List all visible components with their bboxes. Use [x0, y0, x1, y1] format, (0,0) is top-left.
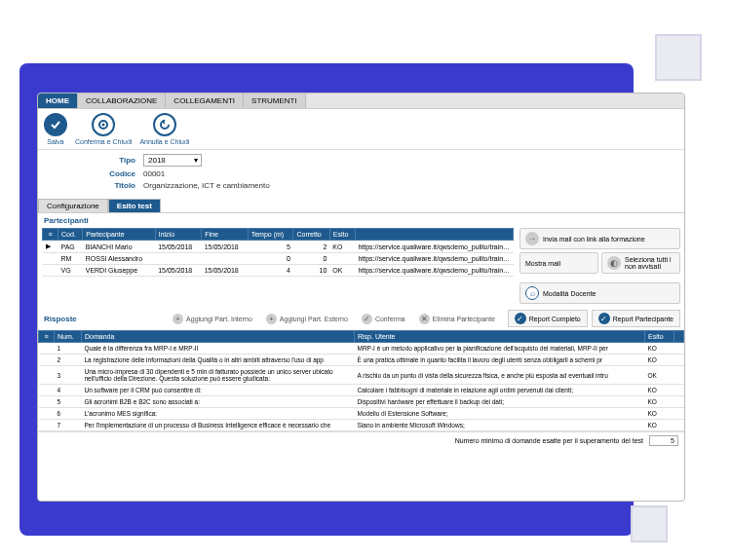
col-esito[interactable]: Esito — [329, 229, 355, 241]
col-part[interactable]: Partecipante — [83, 229, 155, 241]
tab-esito[interactable]: Esito test — [108, 199, 161, 212]
table-row[interactable]: 1Quale è la differenza fra MRP-I e MRP-I… — [39, 343, 684, 355]
codice-label: Codice — [96, 169, 135, 178]
select-icon: ◐ — [607, 256, 621, 270]
table-row[interactable]: RMROSSI Alessandro00https://service.qual… — [43, 253, 514, 265]
table-menu-icon[interactable]: ≡ — [39, 331, 55, 343]
sub-tabs: Configurazione Esito test — [38, 199, 684, 213]
col-num[interactable]: Num. — [55, 331, 82, 343]
tab-home[interactable]: HOME — [38, 93, 78, 108]
tab-config[interactable]: Configurazione — [38, 199, 108, 212]
tab-strum[interactable]: STRUMENTI — [244, 93, 306, 108]
table-row[interactable]: ▶PAGBIANCHI Mario15/05/201815/05/201852K… — [43, 241, 514, 253]
cancel-icon — [153, 113, 176, 136]
col-cod[interactable]: Cod. — [58, 229, 83, 241]
seleziona-button[interactable]: ◐Seleziona tutti i non avvisati — [601, 252, 680, 274]
col-inizio[interactable]: Inizio — [155, 229, 201, 241]
footer: Numero minimo di domande esatte per il s… — [38, 431, 684, 449]
check-icon: ✓ — [515, 313, 526, 324]
conferma-button[interactable]: ✓Conferma — [357, 312, 410, 326]
save-button[interactable]: Salva — [44, 113, 67, 145]
report-completo-button[interactable]: ✓Report Completo — [508, 310, 588, 327]
col-esito[interactable]: Esito — [645, 331, 674, 343]
arrow-right-icon: → — [525, 232, 539, 245]
table-row[interactable]: 3Una micro-impresa di 30 dipendenti e 5 … — [39, 366, 684, 385]
main-tabs: HOME COLLABORAZIONE COLLEGAMENTI STRUMEN… — [38, 93, 684, 109]
report-partecipante-button[interactable]: ✓Report Partecipante — [592, 310, 680, 327]
form-section: Tipo 2018▾ Codice 00001 Titolo Organizza… — [38, 150, 684, 197]
table-row[interactable]: 5Gli acronimi B2B e B2C sono associati a… — [39, 396, 684, 408]
docente-button[interactable]: ⌕Modalità Docente — [519, 282, 680, 304]
footer-label: Numero minimo di domande esatte per il s… — [455, 437, 643, 444]
search-icon: ⌕ — [525, 286, 539, 300]
col-risp[interactable]: Risp. Utente — [355, 331, 645, 343]
aggiungi-interno-button[interactable]: +Aggiungi Part. Interno — [168, 312, 257, 326]
min-domande-input[interactable] — [649, 435, 678, 446]
partecipanti-title: Partecipanti — [38, 213, 684, 228]
svg-point-1 — [102, 124, 105, 127]
plus-icon: + — [173, 314, 183, 324]
check-icon — [44, 113, 67, 136]
mostra-mail-button[interactable]: Mostra mail — [519, 252, 598, 274]
elimina-button[interactable]: ✕Elimina Partecipante — [414, 312, 500, 326]
plus-icon: + — [266, 314, 277, 324]
table-row[interactable]: VGVERDI Giuseppe15/05/201815/05/2018410O… — [43, 265, 514, 277]
table-menu-icon[interactable]: ≡ — [43, 229, 58, 241]
risposte-table: ≡ Num. Domanda Risp. Utente Esito 1Quale… — [38, 330, 684, 431]
col-fine[interactable]: Fine — [202, 229, 248, 241]
tab-collab[interactable]: COLLABORAZIONE — [78, 93, 166, 108]
table-row[interactable]: 2La registrazione delle informazioni del… — [39, 355, 684, 366]
tipo-select[interactable]: 2018▾ — [143, 154, 202, 167]
confirm-close-button[interactable]: Conferma e Chiudi — [75, 113, 132, 145]
invia-mail-button[interactable]: →Invia mail con link alla formazione — [519, 228, 680, 249]
col-corretto[interactable]: Corretto — [293, 229, 329, 241]
toolbar: Salva Conferma e Chiudi Annulla e Chiudi — [38, 109, 684, 150]
app-window: HOME COLLABORAZIONE COLLEGAMENTI STRUMEN… — [37, 93, 685, 502]
aggiungi-esterno-button[interactable]: +Aggiungi Part. Esterno — [261, 312, 353, 326]
check-icon: ✓ — [362, 314, 372, 324]
partecipanti-table: ≡ Cod. Partecipante Inizio Fine Tempo (m… — [42, 228, 514, 277]
col-tempo[interactable]: Tempo (m) — [248, 229, 293, 241]
table-row[interactable]: 4Un software per il CRM può consentire d… — [39, 385, 684, 396]
table-row[interactable]: 7Per l'implementazione di un processo di… — [39, 420, 684, 431]
col-domanda[interactable]: Domanda — [82, 331, 355, 343]
risposte-title: Risposte — [38, 312, 83, 326]
cancel-close-button[interactable]: Annulla e Chiudi — [139, 113, 189, 145]
confirm-icon — [92, 113, 115, 136]
tab-colleg[interactable]: COLLEGAMENTI — [166, 93, 244, 108]
titolo-label: Titolo — [96, 181, 135, 190]
titolo-value: Organizzazione, ICT e cambiamento — [143, 181, 270, 190]
table-row[interactable]: 6L'acronimo MES significa:Modello di Est… — [39, 408, 684, 420]
codice-value: 00001 — [143, 169, 165, 178]
delete-icon: ✕ — [419, 314, 430, 324]
check-icon: ✓ — [598, 313, 610, 324]
tipo-label: Tipo — [96, 156, 135, 165]
